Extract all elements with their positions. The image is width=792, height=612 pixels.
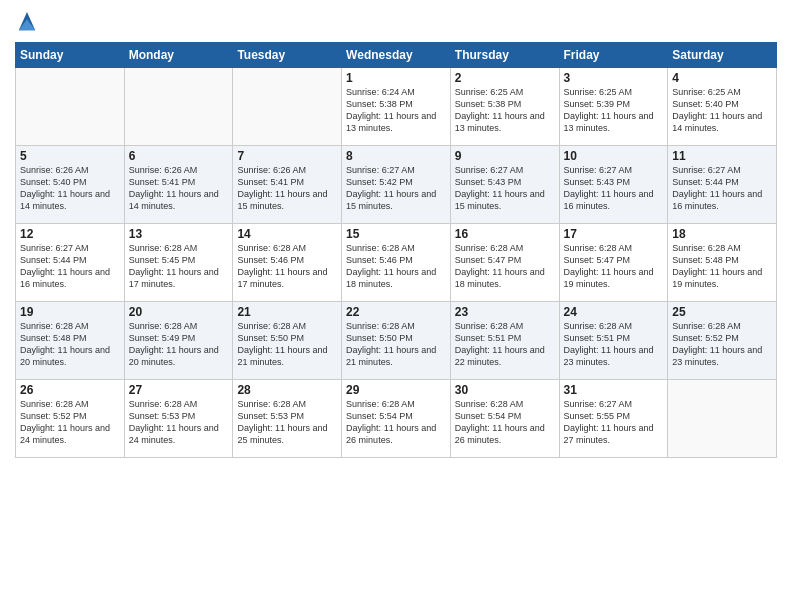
week-row-2: 5Sunrise: 6:26 AMSunset: 5:40 PMDaylight… bbox=[16, 146, 777, 224]
week-row-5: 26Sunrise: 6:28 AMSunset: 5:52 PMDayligh… bbox=[16, 380, 777, 458]
day-number: 2 bbox=[455, 71, 555, 85]
calendar-cell: 25Sunrise: 6:28 AMSunset: 5:52 PMDayligh… bbox=[668, 302, 777, 380]
day-number: 7 bbox=[237, 149, 337, 163]
logo bbox=[15, 10, 39, 34]
day-info: Sunrise: 6:28 AMSunset: 5:52 PMDaylight:… bbox=[672, 320, 772, 369]
day-number: 8 bbox=[346, 149, 446, 163]
day-info: Sunrise: 6:28 AMSunset: 5:50 PMDaylight:… bbox=[237, 320, 337, 369]
calendar-cell: 4Sunrise: 6:25 AMSunset: 5:40 PMDaylight… bbox=[668, 68, 777, 146]
day-info: Sunrise: 6:28 AMSunset: 5:53 PMDaylight:… bbox=[129, 398, 229, 447]
day-number: 22 bbox=[346, 305, 446, 319]
calendar-cell: 1Sunrise: 6:24 AMSunset: 5:38 PMDaylight… bbox=[342, 68, 451, 146]
day-number: 4 bbox=[672, 71, 772, 85]
day-number: 28 bbox=[237, 383, 337, 397]
day-info: Sunrise: 6:27 AMSunset: 5:55 PMDaylight:… bbox=[564, 398, 664, 447]
day-number: 13 bbox=[129, 227, 229, 241]
day-number: 9 bbox=[455, 149, 555, 163]
weekday-header-thursday: Thursday bbox=[450, 43, 559, 68]
week-row-4: 19Sunrise: 6:28 AMSunset: 5:48 PMDayligh… bbox=[16, 302, 777, 380]
weekday-header-monday: Monday bbox=[124, 43, 233, 68]
day-number: 15 bbox=[346, 227, 446, 241]
day-info: Sunrise: 6:28 AMSunset: 5:47 PMDaylight:… bbox=[455, 242, 555, 291]
calendar-cell: 22Sunrise: 6:28 AMSunset: 5:50 PMDayligh… bbox=[342, 302, 451, 380]
day-number: 1 bbox=[346, 71, 446, 85]
calendar-cell: 28Sunrise: 6:28 AMSunset: 5:53 PMDayligh… bbox=[233, 380, 342, 458]
day-info: Sunrise: 6:27 AMSunset: 5:44 PMDaylight:… bbox=[20, 242, 120, 291]
calendar-cell: 16Sunrise: 6:28 AMSunset: 5:47 PMDayligh… bbox=[450, 224, 559, 302]
day-number: 20 bbox=[129, 305, 229, 319]
weekday-header-friday: Friday bbox=[559, 43, 668, 68]
day-info: Sunrise: 6:26 AMSunset: 5:41 PMDaylight:… bbox=[237, 164, 337, 213]
weekday-header-sunday: Sunday bbox=[16, 43, 125, 68]
calendar-cell: 10Sunrise: 6:27 AMSunset: 5:43 PMDayligh… bbox=[559, 146, 668, 224]
calendar-cell: 12Sunrise: 6:27 AMSunset: 5:44 PMDayligh… bbox=[16, 224, 125, 302]
calendar-cell: 17Sunrise: 6:28 AMSunset: 5:47 PMDayligh… bbox=[559, 224, 668, 302]
day-number: 31 bbox=[564, 383, 664, 397]
day-number: 17 bbox=[564, 227, 664, 241]
day-number: 23 bbox=[455, 305, 555, 319]
day-number: 16 bbox=[455, 227, 555, 241]
week-row-1: 1Sunrise: 6:24 AMSunset: 5:38 PMDaylight… bbox=[16, 68, 777, 146]
calendar-cell bbox=[124, 68, 233, 146]
calendar-cell bbox=[16, 68, 125, 146]
week-row-3: 12Sunrise: 6:27 AMSunset: 5:44 PMDayligh… bbox=[16, 224, 777, 302]
day-info: Sunrise: 6:27 AMSunset: 5:43 PMDaylight:… bbox=[455, 164, 555, 213]
day-info: Sunrise: 6:28 AMSunset: 5:48 PMDaylight:… bbox=[20, 320, 120, 369]
calendar-cell: 18Sunrise: 6:28 AMSunset: 5:48 PMDayligh… bbox=[668, 224, 777, 302]
day-number: 5 bbox=[20, 149, 120, 163]
day-number: 6 bbox=[129, 149, 229, 163]
day-number: 11 bbox=[672, 149, 772, 163]
day-info: Sunrise: 6:28 AMSunset: 5:46 PMDaylight:… bbox=[237, 242, 337, 291]
header bbox=[15, 10, 777, 34]
calendar-cell: 15Sunrise: 6:28 AMSunset: 5:46 PMDayligh… bbox=[342, 224, 451, 302]
day-info: Sunrise: 6:27 AMSunset: 5:43 PMDaylight:… bbox=[564, 164, 664, 213]
calendar-cell: 5Sunrise: 6:26 AMSunset: 5:40 PMDaylight… bbox=[16, 146, 125, 224]
day-number: 12 bbox=[20, 227, 120, 241]
day-info: Sunrise: 6:28 AMSunset: 5:51 PMDaylight:… bbox=[564, 320, 664, 369]
day-info: Sunrise: 6:26 AMSunset: 5:41 PMDaylight:… bbox=[129, 164, 229, 213]
day-number: 18 bbox=[672, 227, 772, 241]
weekday-header-row: SundayMondayTuesdayWednesdayThursdayFrid… bbox=[16, 43, 777, 68]
calendar-cell: 26Sunrise: 6:28 AMSunset: 5:52 PMDayligh… bbox=[16, 380, 125, 458]
weekday-header-tuesday: Tuesday bbox=[233, 43, 342, 68]
day-info: Sunrise: 6:28 AMSunset: 5:49 PMDaylight:… bbox=[129, 320, 229, 369]
calendar-cell: 3Sunrise: 6:25 AMSunset: 5:39 PMDaylight… bbox=[559, 68, 668, 146]
calendar-cell: 14Sunrise: 6:28 AMSunset: 5:46 PMDayligh… bbox=[233, 224, 342, 302]
calendar-cell: 27Sunrise: 6:28 AMSunset: 5:53 PMDayligh… bbox=[124, 380, 233, 458]
day-number: 24 bbox=[564, 305, 664, 319]
day-info: Sunrise: 6:25 AMSunset: 5:40 PMDaylight:… bbox=[672, 86, 772, 135]
day-info: Sunrise: 6:24 AMSunset: 5:38 PMDaylight:… bbox=[346, 86, 446, 135]
day-info: Sunrise: 6:28 AMSunset: 5:54 PMDaylight:… bbox=[346, 398, 446, 447]
day-number: 30 bbox=[455, 383, 555, 397]
day-number: 29 bbox=[346, 383, 446, 397]
calendar-cell: 29Sunrise: 6:28 AMSunset: 5:54 PMDayligh… bbox=[342, 380, 451, 458]
calendar-cell: 13Sunrise: 6:28 AMSunset: 5:45 PMDayligh… bbox=[124, 224, 233, 302]
calendar-cell bbox=[233, 68, 342, 146]
calendar-cell: 8Sunrise: 6:27 AMSunset: 5:42 PMDaylight… bbox=[342, 146, 451, 224]
day-info: Sunrise: 6:28 AMSunset: 5:52 PMDaylight:… bbox=[20, 398, 120, 447]
calendar-cell: 2Sunrise: 6:25 AMSunset: 5:38 PMDaylight… bbox=[450, 68, 559, 146]
calendar-cell: 21Sunrise: 6:28 AMSunset: 5:50 PMDayligh… bbox=[233, 302, 342, 380]
day-info: Sunrise: 6:27 AMSunset: 5:42 PMDaylight:… bbox=[346, 164, 446, 213]
calendar-cell: 31Sunrise: 6:27 AMSunset: 5:55 PMDayligh… bbox=[559, 380, 668, 458]
calendar-cell bbox=[668, 380, 777, 458]
day-info: Sunrise: 6:25 AMSunset: 5:38 PMDaylight:… bbox=[455, 86, 555, 135]
calendar-cell: 19Sunrise: 6:28 AMSunset: 5:48 PMDayligh… bbox=[16, 302, 125, 380]
day-info: Sunrise: 6:26 AMSunset: 5:40 PMDaylight:… bbox=[20, 164, 120, 213]
day-info: Sunrise: 6:25 AMSunset: 5:39 PMDaylight:… bbox=[564, 86, 664, 135]
calendar-cell: 23Sunrise: 6:28 AMSunset: 5:51 PMDayligh… bbox=[450, 302, 559, 380]
day-number: 10 bbox=[564, 149, 664, 163]
day-number: 19 bbox=[20, 305, 120, 319]
day-info: Sunrise: 6:27 AMSunset: 5:44 PMDaylight:… bbox=[672, 164, 772, 213]
logo-icon bbox=[17, 10, 37, 34]
day-info: Sunrise: 6:28 AMSunset: 5:46 PMDaylight:… bbox=[346, 242, 446, 291]
weekday-header-saturday: Saturday bbox=[668, 43, 777, 68]
calendar-cell: 30Sunrise: 6:28 AMSunset: 5:54 PMDayligh… bbox=[450, 380, 559, 458]
day-number: 25 bbox=[672, 305, 772, 319]
calendar-cell: 6Sunrise: 6:26 AMSunset: 5:41 PMDaylight… bbox=[124, 146, 233, 224]
weekday-header-wednesday: Wednesday bbox=[342, 43, 451, 68]
calendar-cell: 20Sunrise: 6:28 AMSunset: 5:49 PMDayligh… bbox=[124, 302, 233, 380]
day-number: 27 bbox=[129, 383, 229, 397]
calendar-cell: 7Sunrise: 6:26 AMSunset: 5:41 PMDaylight… bbox=[233, 146, 342, 224]
day-info: Sunrise: 6:28 AMSunset: 5:53 PMDaylight:… bbox=[237, 398, 337, 447]
